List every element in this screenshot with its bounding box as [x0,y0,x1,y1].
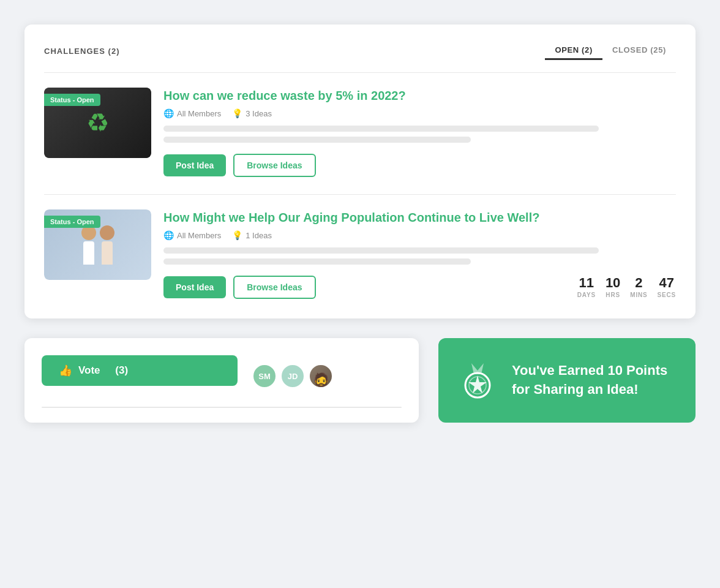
bulb-icon-2: 💡 [232,230,242,240]
globe-icon-2: 🌐 [163,230,174,240]
tab-closed[interactable]: CLOSED (25) [602,42,676,60]
vote-label: Vote [78,364,100,377]
medal-icon [458,361,497,400]
figure-2 [100,225,114,265]
challenge-inner-1: ♻ Status - Open How can we reduce waste … [44,88,676,177]
challenge-title-2[interactable]: How Might we Help Our Aging Population C… [163,209,676,225]
figure-body-1 [83,241,94,265]
challenge-item-2: Status - Open How Might we Help Our Agin… [44,194,676,299]
countdown-mins-label: MINS [630,292,647,298]
challenges-card: CHALLENGES (2) OPEN (2) CLOSED (25) ♻ St… [24,24,696,318]
recycle-icon: ♻ [86,108,110,138]
vote-avatars: SM JD 🧔 [252,364,333,388]
browse-ideas-button-2[interactable]: Browse Ideas [233,276,315,299]
challenge-image-wrap-2: Status - Open [44,209,151,280]
vote-divider [42,407,402,408]
figure-1 [81,225,96,265]
vote-count: (3) [115,364,128,377]
bulb-icon-1: 💡 [232,108,242,118]
countdown-days-value: 11 [579,276,594,290]
aging-figures [81,225,114,265]
ideas-count-1: 3 Ideas [246,109,272,118]
countdown-days-label: DAYS [577,292,596,298]
avatar-photo: 🧔 [309,364,333,388]
countdown: 11 DAYS 10 HRS 2 MINS [577,276,676,298]
countdown-hrs: 10 HRS [606,276,620,298]
points-line2: for Sharing an Idea! [512,380,667,399]
audience-label-2: All Members [177,231,221,240]
thumbs-up-icon: 👍 [59,364,72,377]
points-text: You've Earned 10 Points for Sharing an I… [512,361,667,399]
challenge-title-1[interactable]: How can we reduce waste by 5% in 2022? [163,88,676,104]
figure-head-2 [100,225,114,240]
challenge-inner-2: Status - Open How Might we Help Our Agin… [44,209,676,299]
globe-icon-1: 🌐 [163,108,174,118]
description-lines-2 [163,247,676,265]
avatar-sm-initials: SM [258,372,271,381]
challenge-actions-1: Post Idea Browse Ideas [163,154,676,177]
status-badge-2: Status - Open [44,216,100,228]
countdown-secs-value: 47 [659,276,674,290]
countdown-secs-label: SECS [658,292,676,298]
page-wrapper: CHALLENGES (2) OPEN (2) CLOSED (25) ♻ St… [24,24,696,423]
countdown-mins-value: 2 [635,276,642,290]
avatar-jd-initials: JD [288,372,298,381]
tab-group: OPEN (2) CLOSED (25) [545,42,676,60]
vote-row: 👍 Vote (3) SM JD 🧔 [42,355,402,397]
description-lines-1 [163,126,676,143]
audience-meta-2: 🌐 All Members [163,230,221,240]
desc-line-1b [163,137,471,143]
post-idea-button-1[interactable]: Post Idea [163,154,226,176]
browse-ideas-button-1[interactable]: Browse Ideas [233,154,315,177]
figure-body-2 [102,241,113,265]
vote-button[interactable]: 👍 Vote (3) [42,355,238,386]
avatar-sm: SM [252,364,277,388]
audience-meta-1: 🌐 All Members [163,108,221,118]
countdown-mins: 2 MINS [630,276,647,298]
ideas-meta-2: 💡 1 Ideas [232,230,272,240]
countdown-hrs-value: 10 [606,276,620,290]
challenge-item-1: ♻ Status - Open How can we reduce waste … [44,72,676,194]
challenge-actions-2: Post Idea Browse Ideas 11 DAYS 10 HRS [163,276,676,299]
tab-open[interactable]: OPEN (2) [545,42,602,60]
challenge-image-wrap-1: ♻ Status - Open [44,88,151,158]
desc-line-2b [163,258,471,265]
points-notification: You've Earned 10 Points for Sharing an I… [438,338,696,423]
challenge-meta-2: 🌐 All Members 💡 1 Ideas [163,230,676,240]
avatar-photo-face: 🧔 [313,372,329,388]
card-header: CHALLENGES (2) OPEN (2) CLOSED (25) [44,42,676,60]
bottom-section: 👍 Vote (3) SM JD 🧔 [24,338,696,423]
countdown-hrs-label: HRS [606,292,620,298]
ideas-count-2: 1 Ideas [246,231,272,240]
countdown-days: 11 DAYS [577,276,596,298]
challenge-content-2: How Might we Help Our Aging Population C… [163,209,676,299]
points-line1: You've Earned 10 Points [512,361,667,380]
challenge-meta-1: 🌐 All Members 💡 3 Ideas [163,108,676,118]
desc-line-2a [163,247,599,254]
avatar-jd: JD [280,364,305,388]
post-idea-button-2[interactable]: Post Idea [163,276,226,298]
card-title: CHALLENGES (2) [44,47,120,56]
countdown-secs: 47 SECS [658,276,676,298]
ideas-meta-1: 💡 3 Ideas [232,108,272,118]
challenge-content-1: How can we reduce waste by 5% in 2022? 🌐… [163,88,676,177]
status-badge-1: Status - Open [44,94,100,106]
vote-card: 👍 Vote (3) SM JD 🧔 [24,338,419,423]
audience-label-1: All Members [177,109,221,118]
desc-line-1a [163,126,599,132]
